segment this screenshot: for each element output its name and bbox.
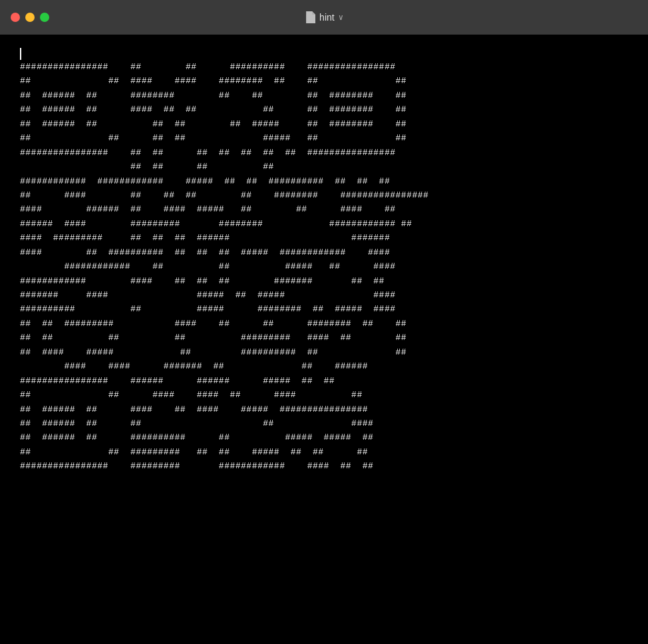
title-bar: hint ∨	[0, 0, 648, 35]
maximize-button[interactable]	[40, 13, 49, 22]
text-cursor	[20, 48, 21, 60]
file-icon	[305, 11, 315, 23]
minimize-button[interactable]	[25, 13, 35, 22]
window-title-area: hint ∨	[305, 11, 343, 23]
cursor-line	[20, 48, 628, 60]
chevron-down-icon[interactable]: ∨	[339, 13, 343, 23]
traffic-lights	[11, 13, 49, 22]
window-title: hint	[319, 12, 335, 23]
close-button[interactable]	[11, 13, 20, 22]
hash-content: ################ ## ## ########## ######…	[20, 60, 628, 474]
content-area: ################ ## ## ########## ######…	[0, 35, 648, 644]
